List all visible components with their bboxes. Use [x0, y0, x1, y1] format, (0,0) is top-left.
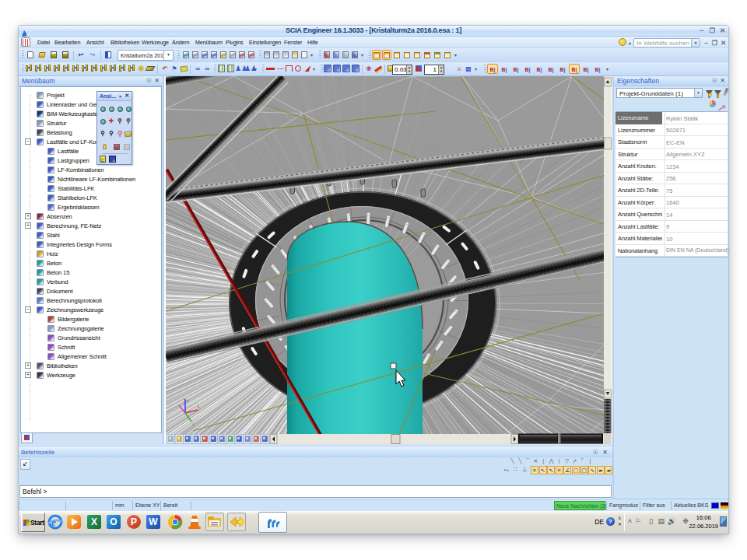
svg-text:e: e [51, 516, 56, 528]
